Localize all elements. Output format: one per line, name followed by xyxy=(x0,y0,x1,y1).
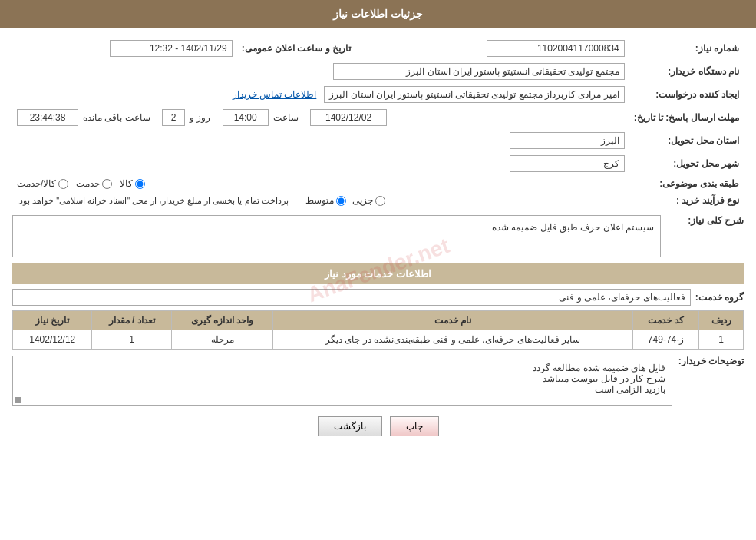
page-title: جزئیات اطلاعات نیاز xyxy=(0,0,756,28)
resize-handle-notes[interactable] xyxy=(15,397,21,403)
category-radio-goods[interactable] xyxy=(135,179,145,189)
category-radio-service[interactable] xyxy=(102,179,112,189)
category-option-service[interactable]: خدمت xyxy=(76,178,112,189)
delivery-province-label: استان محل تحویل: xyxy=(629,129,744,152)
table-cell-code: ز-74-749 xyxy=(632,330,698,350)
table-cell-date: 1402/12/12 xyxy=(13,330,92,350)
service-info-header: اطلاعات خدمات مورد نیاز xyxy=(12,263,744,284)
deadline-label: مهلت ارسال پاسخ: تا تاریخ: xyxy=(629,106,744,129)
delivery-city-label: شهر محل تحویل: xyxy=(629,152,744,175)
print-button[interactable]: چاپ xyxy=(390,416,439,436)
category-option-goods-services[interactable]: کالا/خدمت xyxy=(17,178,68,189)
deadline-remaining: 23:44:38 xyxy=(17,109,78,126)
back-button[interactable]: بازگشت xyxy=(318,416,382,436)
category-option-goods[interactable]: کالا xyxy=(120,178,145,189)
col-header-date: تاریخ نیاز xyxy=(13,311,92,330)
service-group-value: فعالیت‌های حرفه‌ای، علمی و فنی xyxy=(12,289,691,306)
buyer-notes-content: فایل های ضمیمه شده مطالعه گرددشرح کار در… xyxy=(12,356,672,406)
col-header-row: ردیف xyxy=(699,311,744,330)
table-cell-quantity: 1 xyxy=(92,330,171,350)
deadline-time-label: ساعت xyxy=(273,112,299,123)
purchase-process-note: پرداخت تمام یا بخشی از مبلغ خریدار، از م… xyxy=(17,196,289,206)
table-cell-unit: مرحله xyxy=(171,330,272,350)
process-option-medium[interactable]: متوسط xyxy=(305,195,346,206)
delivery-city-value: کرج xyxy=(510,155,625,172)
process-radio-medium[interactable] xyxy=(336,196,346,206)
announce-datetime-value: 1402/11/29 - 12:32 xyxy=(110,40,233,57)
need-number-value: 1102004117000834 xyxy=(487,40,625,57)
purchase-process-label: نوع فرآیند خرید : xyxy=(629,192,744,209)
buyer-note-line: بازدید الزامی است xyxy=(19,384,665,395)
deadline-days-label: روز و xyxy=(190,112,210,123)
creator-label: ایجاد کننده درخواست: xyxy=(629,83,744,106)
table-row: 1ز-74-749سایر فعالیت‌های حرفه‌ای، علمی و… xyxy=(13,330,744,350)
delivery-province-value: البرز xyxy=(510,132,625,149)
col-header-unit: واحد اندازه گیری xyxy=(171,311,272,330)
announce-datetime-label: تاریخ و ساعت اعلان عمومی: xyxy=(237,37,355,60)
buyer-org-label: نام دستگاه خریدار: xyxy=(629,60,744,83)
description-value: سیستم اعلان حرف طبق فایل ضمیمه شده xyxy=(12,215,661,257)
buyer-note-line: شرح کار در فایل بیوست میباشد xyxy=(19,373,665,384)
category-radio-goods-services[interactable] xyxy=(58,179,68,189)
category-label: طبقه بندی موضوعی: xyxy=(629,175,744,192)
deadline-time: 14:00 xyxy=(223,109,269,126)
deadline-remaining-label: ساعت باقی مانده xyxy=(83,112,150,123)
buyer-notes-label: توضیحات خریدار: xyxy=(678,356,744,366)
col-header-qty: تعداد / مقدار xyxy=(92,311,171,330)
creator-value: امیر مرادی کاربرداز مجتمع تولیدی تحقیقات… xyxy=(324,86,624,103)
description-label: شرح کلی نیاز: xyxy=(667,215,744,226)
process-radio-partial[interactable] xyxy=(375,196,385,206)
deadline-days: 2 xyxy=(162,109,185,126)
buyer-note-line: فایل های ضمیمه شده مطالعه گردد xyxy=(19,363,665,373)
deadline-date: 1402/12/02 xyxy=(310,109,387,126)
buyer-org-value: مجتمع تولیدی تحقیقاتی انستیتو پاستور ایر… xyxy=(333,63,625,80)
col-header-code: کد خدمت xyxy=(632,311,698,330)
col-header-name: نام خدمت xyxy=(273,311,633,330)
contact-link[interactable]: اطلاعات تماس خریدار xyxy=(233,89,317,100)
process-option-partial[interactable]: جزیی xyxy=(352,195,385,206)
need-number-label: شماره نیاز: xyxy=(629,37,744,60)
service-group-label: گروه خدمت: xyxy=(695,292,744,303)
table-cell-name: سایر فعالیت‌های حرفه‌ای، علمی و فنی طبقه… xyxy=(273,330,633,350)
table-cell-row: 1 xyxy=(699,330,744,350)
